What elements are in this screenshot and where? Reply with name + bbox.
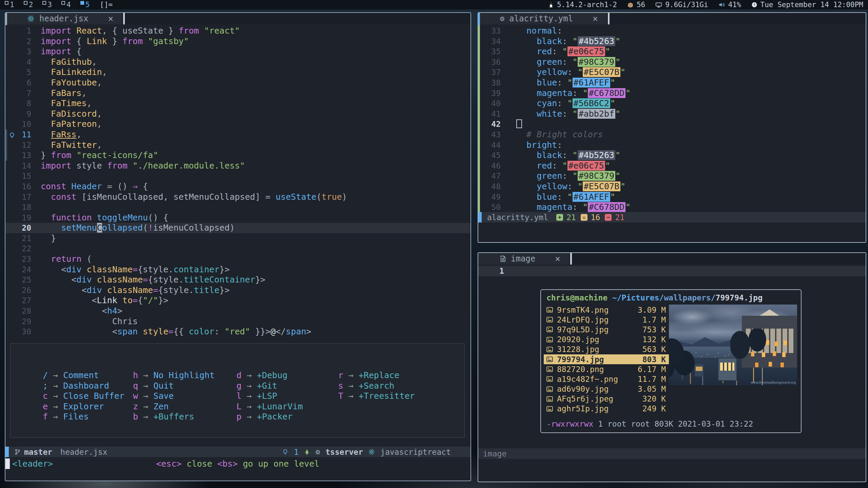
code-area[interactable]: 33 normal:34 black: "#4b5263"35 red: "#e… [478,26,866,213]
line-number: 46 [478,161,501,171]
whichkey-binding-files[interactable]: f → Files [43,412,124,422]
code-line-41[interactable]: 41 white: "#abb2bf" [478,109,866,119]
code-line-42[interactable]: 42 [478,119,866,130]
line-content: } from "react-icons/fa" [41,150,158,161]
code-line-3[interactable]: 3import { [5,46,470,57]
whichkey-binding--treesitter[interactable]: T → +Treesitter [338,391,415,402]
file-row-882720.png[interactable]: 882720.png6.17 M [544,364,670,374]
file-row-9rsmTK4.png[interactable]: 9rsmTK4.png3.09 M [544,305,670,315]
code-line-40[interactable]: 40 cyan: "#56B6C2" [478,98,866,109]
code-line-11[interactable]: 11 FaRss, [5,130,470,140]
code-line-9[interactable]: 9 FaDiscord, [5,109,470,119]
code-line-43[interactable]: 43 # Bright colors [478,130,866,140]
code-line-4[interactable]: 4 FaGithub, [5,57,470,67]
code-line-38[interactable]: 38 blue: "#61AFEF" [478,78,866,88]
close-icon[interactable]: × [555,254,560,264]
whichkey-binding-comment[interactable]: / → Comment [43,370,124,381]
code-line-6[interactable]: 6 FaYoutube, [5,78,470,88]
whichkey-binding-save[interactable]: w → Save [133,391,215,402]
workspace-button-4[interactable]: 4 [61,1,71,9]
code-line-12[interactable]: 12 FaTwitter, [5,140,470,151]
code-line-8[interactable]: 8 FaTimes, [5,98,470,109]
whichkey-binding--search[interactable]: s → +Search [338,381,415,391]
workspace-button-1[interactable]: 1 [5,1,14,9]
code-line-19[interactable]: 19 function toggleMenu() { [5,213,470,223]
workspace-button-3[interactable]: 3 [42,1,52,9]
scrollbar-thumb[interactable] [478,13,480,25]
code-line-1[interactable]: 1 [478,266,866,276]
code-line-5[interactable]: 5 FaLinkedin, [5,67,470,78]
whichkey-binding--debug[interactable]: d → +Debug [236,370,303,381]
code-line-20[interactable]: 20 setMenuCollapsed(!isMenuCollapsed) [5,223,470,233]
whichkey-binding-explorer[interactable]: e → Explorer [43,402,124,412]
code-line-34[interactable]: 34 black: "#4b5263" [478,36,866,47]
code-line-14[interactable]: 14import style from "./header.module.les… [5,161,470,171]
code-line-7[interactable]: 7 FaBars, [5,88,470,99]
tab-alacritty-yml[interactable]: ⚙ alacritty.yml × [478,13,607,24]
binding-label: +Search [359,381,394,391]
whichkey-binding-quit[interactable]: q → Quit [133,381,215,391]
code-line-26[interactable]: 26 <div className={style.title}> [5,285,470,296]
code-line-2[interactable]: 2import { Link } from "gatsby" [5,36,470,47]
code-line-35[interactable]: 35 red: "#e06c75" [478,46,866,57]
whichkey-binding--replace[interactable]: r → +Replace [338,370,415,381]
file-row-24LrDFQ.jpg[interactable]: 24LrDFQ.jpg1.7 M [544,315,670,325]
code-line-28[interactable]: 28 <h4> [5,306,470,316]
code-line-25[interactable]: 25 <div className={style.titleContainer}… [5,275,470,285]
code-line-49[interactable]: 49 blue: "#61AFEF" [478,192,866,202]
whichkey-binding-no-highlight[interactable]: h → No Highlight [133,370,215,381]
whichkey-binding--lsp[interactable]: l → +LSP [236,391,303,402]
code-line-46[interactable]: 46 red: "#e06c75" [478,161,866,171]
scrollbar-thumb[interactable] [5,13,7,25]
tab-image[interactable]: image × [478,253,569,265]
code-line-39[interactable]: 39 magenta: "#C678DD" [478,88,866,99]
file-row-799794.jpg[interactable]: 799794.jpg803 K [544,354,670,364]
file-row-97q9L5D.jpg[interactable]: 97q9L5D.jpg753 K [544,325,670,334]
line-number: 47 [478,171,501,181]
file-row-AFq5r6j.jpeg[interactable]: AFq5r6j.jpeg320 K [544,394,670,404]
code-line-22[interactable]: 22 [5,243,470,254]
file-row-ad6v90y.jpg[interactable]: ad6v90y.jpg3.05 M [544,384,670,394]
close-icon[interactable]: × [108,14,114,24]
file-size: 6.17 M [638,365,666,374]
code-line-45[interactable]: 45 black: "#4b5263" [478,150,866,161]
whichkey-binding-close-buffer[interactable]: c → Close Buffer [43,391,124,402]
code-line-10[interactable]: 10 FaPatreon, [5,119,470,130]
workspace-button-5[interactable]: 5 [80,1,90,9]
code-line-1[interactable]: 1import React, { useState } from "react" [5,26,470,36]
code-line-18[interactable]: 18 [5,202,470,213]
code-line-47[interactable]: 47 green: "#98C379" [478,171,866,181]
file-row-20920.jpg[interactable]: 20920.jpg132 K [544,335,670,345]
code-line-24[interactable]: 24 <div className={style.container}> [5,265,470,275]
code-area[interactable]: 1import React, { useState } from "react"… [5,26,470,337]
code-area[interactable]: 1 [478,266,866,276]
code-line-44[interactable]: 44 bright: [478,140,866,151]
code-line-13[interactable]: 13} from "react-icons/fa" [5,150,470,161]
file-row-aghr5Ip.jpg[interactable]: aghr5Ip.jpg249 K [544,404,670,414]
code-line-21[interactable]: 21 } [5,233,470,244]
code-line-23[interactable]: 23 return ( [5,254,470,265]
code-line-30[interactable]: 30 <span style={{ color: "red" }}>@</spa… [5,327,470,337]
code-line-29[interactable]: 29 Chris [5,316,470,327]
tab-header-jsx[interactable]: header.jsx × [5,13,122,24]
whichkey-binding-dashboard[interactable]: ; → Dashboard [43,381,124,391]
whichkey-binding-zen[interactable]: z → Zen [133,402,215,412]
file-row-31228.jpg[interactable]: 31228.jpg563 K [544,345,670,354]
code-line-16[interactable]: 16const Header = () ⇒ { [5,181,470,192]
code-line-48[interactable]: 48 yellow: "#E5C07B" [478,181,866,192]
code-line-27[interactable]: 27 <Link to={"/"}> [5,295,470,306]
whichkey-binding--packer[interactable]: p → +Packer [236,412,303,422]
code-line-37[interactable]: 37 yellow: "#E5C07B" [478,67,866,78]
workspace-button-2[interactable]: 2 [24,1,33,9]
code-line-50[interactable]: 50 magenta: "#C678DD" [478,202,866,213]
whichkey-binding--buffers[interactable]: b → +Buffers [133,412,215,422]
code-line-15[interactable]: 15 [5,171,470,181]
code-line-17[interactable]: 17 const [isMenuCollapsed, setMenuCollap… [5,192,470,202]
code-line-36[interactable]: 36 green: "#98C379" [478,57,866,67]
line-number: 29 [5,316,31,327]
whichkey-binding--lunarvim[interactable]: L → +LunarVim [236,402,303,412]
file-row-a19c482f~.png[interactable]: a19c482f~.png11.7 M [544,374,670,384]
code-line-33[interactable]: 33 normal: [478,26,866,36]
whichkey-binding--git[interactable]: g → +Git [236,381,303,391]
close-icon[interactable]: × [593,14,598,24]
